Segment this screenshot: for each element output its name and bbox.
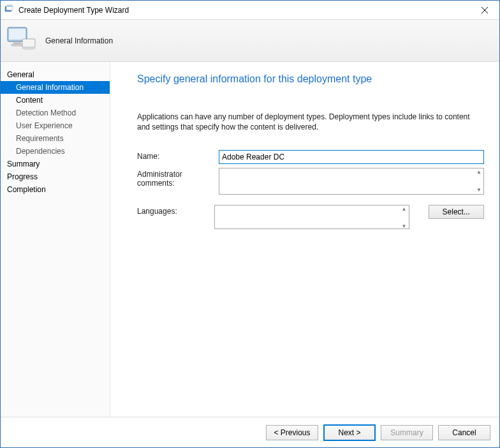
- page-description: Applications can have any number of depl…: [137, 112, 484, 132]
- comments-textarea[interactable]: [219, 168, 484, 195]
- nav-item-general[interactable]: General: [1, 68, 110, 81]
- header-label: General Information: [45, 36, 113, 45]
- svg-rect-2: [7, 6, 12, 6]
- nav-item-content[interactable]: Content: [1, 94, 110, 107]
- page-title: Specify general information for this dep…: [137, 73, 484, 85]
- wizard-footer: < Previous Next > Summary Cancel: [1, 417, 499, 447]
- languages-label: Languages:: [137, 205, 214, 216]
- svg-rect-9: [22, 39, 35, 47]
- wizard-sidebar: GeneralGeneral InformationContentDetecti…: [1, 62, 110, 417]
- nav-item-completion[interactable]: Completion: [1, 183, 110, 196]
- svg-point-10: [22, 47, 36, 50]
- svg-rect-6: [9, 29, 26, 40]
- header-band: General Information: [1, 20, 499, 62]
- wizard-content: Specify general information for this dep…: [110, 62, 499, 417]
- window-title: Create Deployment Type Wizard: [18, 6, 129, 15]
- previous-button[interactable]: < Previous: [266, 425, 318, 440]
- comments-row: Administrator comments: ▲ ▼: [137, 168, 484, 195]
- select-languages-button[interactable]: Select...: [429, 205, 484, 219]
- svg-rect-8: [11, 44, 23, 46]
- nav-item-requirements[interactable]: Requirements: [1, 132, 110, 145]
- nav-item-progress[interactable]: Progress: [1, 170, 110, 183]
- next-button[interactable]: Next >: [323, 424, 376, 441]
- name-label: Name:: [137, 150, 219, 161]
- close-button[interactable]: [470, 1, 499, 20]
- comments-label: Administrator comments:: [137, 168, 219, 188]
- nav-item-user-experience[interactable]: User Experience: [1, 119, 110, 132]
- summary-button[interactable]: Summary: [381, 425, 433, 440]
- cancel-button[interactable]: Cancel: [438, 425, 490, 440]
- titlebar: Create Deployment Type Wizard: [1, 1, 499, 20]
- wizard-window: Create Deployment Type Wizard General In…: [0, 0, 500, 448]
- nav-item-general-information[interactable]: General Information: [1, 81, 110, 94]
- wizard-body: GeneralGeneral InformationContentDetecti…: [1, 62, 499, 417]
- name-input[interactable]: [219, 150, 484, 164]
- nav-item-detection-method[interactable]: Detection Method: [1, 107, 110, 119]
- svg-rect-7: [14, 41, 20, 44]
- languages-box[interactable]: [214, 205, 409, 229]
- name-row: Name:: [137, 150, 484, 164]
- nav-item-summary[interactable]: Summary: [1, 158, 110, 170]
- languages-row: Languages: ▲ ▼ Select...: [137, 205, 484, 231]
- app-icon: [4, 4, 15, 16]
- nav-item-dependencies[interactable]: Dependencies: [1, 145, 110, 158]
- monitor-icon: [7, 26, 36, 55]
